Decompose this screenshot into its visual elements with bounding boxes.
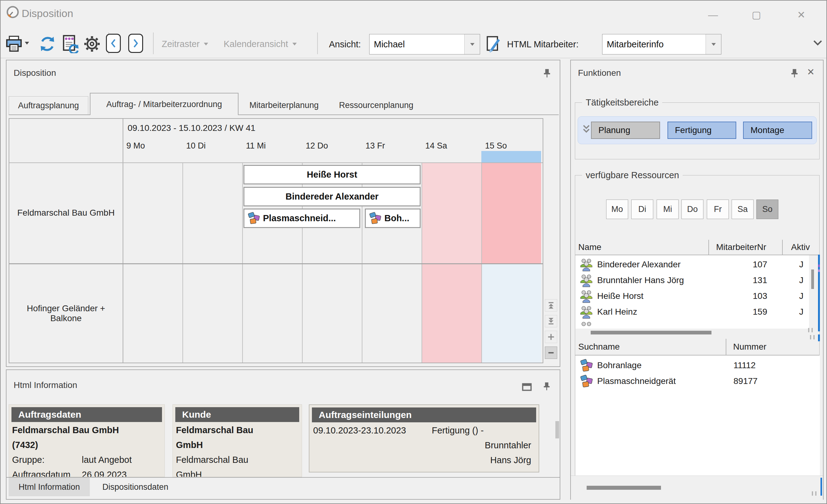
title-bar: Disposition — ▢ ✕ [1, 1, 826, 30]
weekday-button-so[interactable]: So [757, 200, 778, 219]
employees-col-name[interactable]: Name [578, 242, 601, 252]
employees-col-aktiv[interactable]: Aktiv [791, 242, 810, 252]
zoom-in-button[interactable] [545, 331, 557, 343]
weekday-button-di[interactable]: Di [631, 200, 653, 219]
weekday-button-mi[interactable]: Mi [656, 200, 679, 219]
weekday-button-fr[interactable]: Fr [707, 200, 729, 219]
tab-dispositionsdaten[interactable]: Dispositionsdaten [93, 478, 178, 496]
toolbar-overflow-button[interactable] [812, 38, 823, 47]
html-information-panel: Html Information Auftragsdaten Feldmarsc… [6, 370, 560, 500]
tab-html-information[interactable]: Html Information [9, 478, 90, 496]
chevron-double-down-icon[interactable] [582, 123, 591, 136]
close-panel-icon[interactable]: ✕ [807, 66, 815, 77]
chip-montage[interactable]: Montage [743, 122, 812, 139]
employees-col-nr[interactable]: MitarbeiterNr [716, 242, 766, 252]
resources-vscrollbar-accent[interactable] [818, 334, 820, 341]
schedule-bar-heisse-horst[interactable]: Heiße Horst [243, 165, 421, 184]
report-refresh-button[interactable] [60, 34, 81, 54]
schedule-bar-plasmaschneidgeraet[interactable]: Plasmaschneid... [243, 209, 360, 228]
tab-ressourcenplanung[interactable]: Ressourcenplanung [331, 96, 422, 114]
grid-line [183, 162, 183, 363]
tab-label: Html Information [18, 482, 80, 492]
scrollbar-bookmark [818, 265, 820, 267]
einteilung-date-range[interactable]: 09.10.2023-23.10.2023 [313, 426, 406, 436]
kunde-clipped-line: GmbH [176, 470, 202, 477]
kunde-link-line2[interactable]: GmbH [176, 440, 203, 450]
previous-period-button[interactable] [106, 34, 121, 53]
ansicht-combobox[interactable]: Michael [369, 34, 480, 54]
auftrag-link[interactable]: Feldmarschal Bau GmbH [12, 425, 119, 435]
resource-row[interactable]: Plasmaschneidgerät 89177 [576, 374, 820, 390]
maximize-panel-icon[interactable] [521, 382, 532, 392]
tab-auftragsplanung[interactable]: Auftragsplanung [9, 96, 88, 114]
tab-mitarbeiterplanung[interactable]: Mitarbeiterplanung [241, 96, 327, 114]
chip-planung[interactable]: Planung [591, 122, 660, 139]
close-button[interactable]: ✕ [787, 6, 815, 23]
people-group-icon [579, 258, 593, 272]
maximize-button[interactable]: ▢ [742, 6, 770, 23]
toolbar-separator [317, 33, 318, 54]
weekday-button-do[interactable]: Do [681, 200, 703, 219]
sunday-header-highlight [481, 151, 541, 162]
people-group-icon [579, 289, 593, 303]
pin-icon[interactable] [789, 68, 800, 78]
bar-label: Boh... [384, 213, 409, 223]
day-header-di: 10 Di [186, 141, 206, 151]
weekday-label: So [762, 205, 773, 214]
tab-auftrag-mitarbeiterzuordnung[interactable]: Auftrag- / Mitarbeiterzuordnung [90, 93, 239, 115]
kunde-link-line1[interactable]: Feldmarschal Bau [176, 425, 253, 435]
resources-col-suchname[interactable]: Suchname [578, 342, 620, 352]
caret-down-icon[interactable] [464, 34, 480, 54]
settings-button[interactable] [82, 34, 102, 54]
print-dropdown-caret-icon[interactable] [25, 42, 29, 45]
resource-nr: 11112 [733, 360, 756, 370]
bar-label: Plasmaschneid... [263, 213, 336, 223]
weekday-button-mo[interactable]: Mo [606, 200, 628, 219]
employee-row[interactable]: Karl Heinz 159 J [576, 304, 809, 320]
employee-row[interactable]: Heiße Horst 103 J [576, 289, 809, 304]
grid-line [242, 162, 243, 363]
edit-document-icon [484, 35, 502, 53]
employee-name: Karl Heinz [597, 307, 637, 317]
column-separator[interactable] [709, 240, 709, 255]
html-mitarbeiter-combobox[interactable]: Mitarbeiterinfo [602, 34, 721, 54]
pin-icon[interactable] [542, 68, 552, 78]
employees-hscrollbar-thumb[interactable] [591, 331, 712, 334]
minimize-button[interactable]: — [699, 6, 727, 23]
chevron-right-icon [132, 38, 140, 49]
weekday-label: Mo [612, 205, 623, 214]
column-separator[interactable] [782, 240, 783, 255]
pin-icon[interactable] [542, 381, 552, 391]
zeitraster-dropdown[interactable]: Zeitraster [162, 34, 208, 54]
edit-html-button[interactable] [484, 34, 502, 54]
resources-hscrollbar-thumb[interactable] [587, 486, 661, 490]
print-button[interactable] [4, 34, 23, 54]
employee-row-partial[interactable] [576, 320, 809, 329]
schedule-bar-bindereder-alexander[interactable]: Bindereder Alexander [243, 187, 421, 206]
schedule-bar-bohranlage[interactable]: Boh... [365, 209, 421, 228]
refresh-button[interactable] [37, 34, 58, 54]
employee-aktiv: J [799, 307, 804, 317]
panel-scrollbar-thumb[interactable] [555, 421, 559, 438]
gruppe-label: Gruppe: [12, 455, 45, 465]
scroll-to-bottom-button[interactable] [545, 315, 557, 327]
caret-down-icon[interactable] [706, 34, 721, 54]
employee-row[interactable]: Bindereder Alexander 107 J [576, 257, 809, 273]
column-separator[interactable] [726, 339, 726, 355]
employee-row[interactable]: Brunntahler Hans Jörg 131 J [576, 273, 809, 289]
chip-fertigung[interactable]: Fertigung [668, 122, 736, 139]
panel-vscrollbar-accent[interactable] [821, 478, 822, 496]
weekday-button-sa[interactable]: Sa [732, 200, 753, 219]
next-period-button[interactable] [128, 34, 143, 53]
main-toolbar: Zeitraster Kalenderansicht Ansicht: Mich… [1, 30, 826, 58]
kalenderansicht-dropdown[interactable]: Kalenderansicht [224, 34, 297, 54]
resource-row[interactable]: Bohranlage 11112 [576, 358, 820, 374]
resources-col-nummer[interactable]: Nummer [733, 342, 766, 352]
scroll-top-icon [547, 301, 555, 310]
employees-vscrollbar-thumb[interactable] [811, 270, 814, 289]
weekday-label: Fr [714, 205, 722, 214]
zoom-out-button[interactable] [545, 346, 557, 359]
scroll-to-top-button[interactable] [545, 299, 557, 312]
auftrag-number[interactable]: (7432) [12, 440, 38, 450]
einteilung-text: Fertigung () - [432, 426, 484, 436]
